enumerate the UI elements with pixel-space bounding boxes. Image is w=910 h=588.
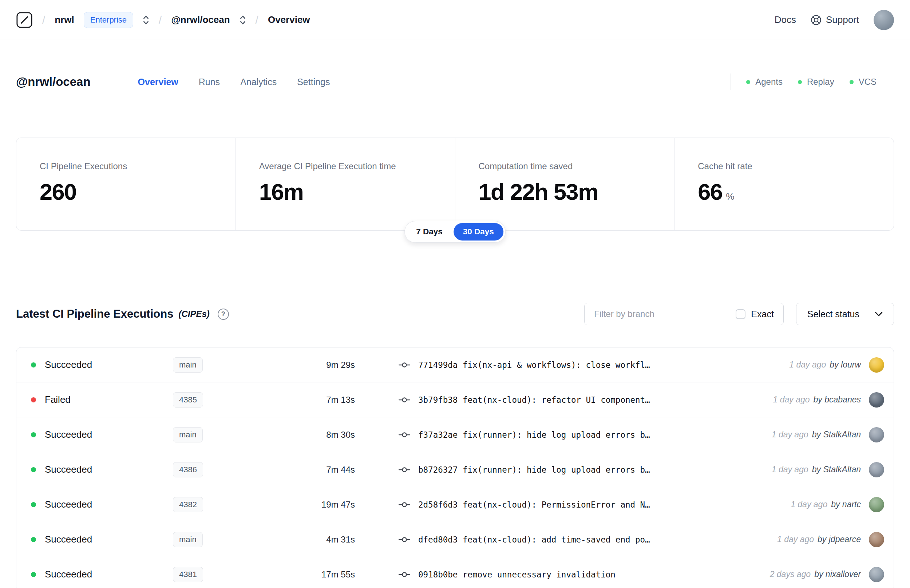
author-avatar — [869, 392, 884, 407]
stat-value: 260 — [40, 179, 212, 205]
commit-message: f37a32ae fix(runner): hide log upload er… — [418, 430, 650, 439]
stat-card-executions: CI Pipeline Executions 260 — [16, 138, 236, 230]
status-select-label: Select status — [807, 309, 860, 320]
status-label: Succeeded — [45, 534, 92, 545]
status-label: Succeeded — [45, 429, 92, 440]
org-name[interactable]: nrwl — [55, 14, 74, 26]
commit-message: 771499da fix(nx-api & workflows): close … — [418, 360, 650, 370]
table-row[interactable]: Succeeded main 8m 30s f37a32ae fix(runne… — [16, 417, 894, 452]
author: by nixallover — [814, 569, 861, 579]
branch-cell: main — [173, 357, 282, 373]
status-dot — [31, 502, 36, 507]
author: by StalkAltan — [812, 465, 861, 475]
user-avatar[interactable] — [874, 10, 894, 30]
author-avatar — [869, 462, 884, 477]
indicator-vcs[interactable]: VCS — [850, 77, 876, 87]
cipe-section-header: Latest CI Pipeline Executions (CIPEs) ? … — [16, 303, 894, 325]
plan-badge[interactable]: Enterprise — [84, 12, 133, 28]
org-switcher-chevrons-icon[interactable] — [143, 15, 149, 26]
nx-cloud-logo-icon[interactable] — [16, 11, 33, 28]
top-navbar: / nrwl Enterprise / @nrwl/ocean / Overvi… — [0, 0, 910, 40]
status-cell: Succeeded — [31, 534, 173, 545]
duration: 17m 55s — [282, 569, 355, 580]
stat-value: 16m — [259, 179, 432, 205]
status-dot — [31, 362, 36, 367]
status-label: Succeeded — [45, 499, 92, 510]
breadcrumb: / nrwl Enterprise / @nrwl/ocean / Overvi… — [16, 11, 310, 28]
duration: 19m 47s — [282, 499, 355, 510]
chevron-down-icon — [875, 312, 883, 317]
table-row[interactable]: Succeeded main 4m 31s dfed80d3 feat(nx-c… — [16, 522, 894, 557]
relative-time: 2 days ago — [770, 569, 811, 579]
table-row[interactable]: Succeeded 4381 17m 55s 0918b0be remove u… — [16, 557, 894, 588]
table-row[interactable]: Succeeded 4386 7m 44s b8726327 fix(runne… — [16, 452, 894, 487]
tab-runs[interactable]: Runs — [199, 77, 220, 87]
branch-badge: 4386 — [173, 462, 203, 477]
stat-label: Average CI Pipeline Execution time — [259, 161, 432, 171]
breadcrumb-separator: / — [42, 14, 45, 26]
workspace-switcher-chevrons-icon[interactable] — [239, 15, 246, 26]
indicator-replay[interactable]: Replay — [798, 77, 834, 87]
indicator-label: Replay — [807, 77, 834, 87]
exact-label[interactable]: Exact — [751, 309, 774, 320]
author: by lourw — [829, 360, 861, 370]
branch-filter-input[interactable] — [585, 303, 726, 325]
status-label: Succeeded — [45, 569, 92, 580]
branch-badge: main — [173, 427, 203, 443]
commit-cell: dfed80d3 feat(nx-cloud): add time-saved … — [399, 535, 763, 544]
stat-card-cache-hit-rate: Cache hit rate 66% — [674, 138, 894, 230]
branch-filter-group: Exact — [584, 303, 784, 325]
status-label: Succeeded — [45, 359, 92, 370]
status-select-button[interactable]: Select status — [796, 303, 894, 325]
branch-cell: 4382 — [173, 497, 282, 512]
tab-overview[interactable]: Overview — [138, 77, 178, 87]
commit-icon — [399, 501, 410, 508]
status-cell: Succeeded — [31, 499, 173, 510]
table-row[interactable]: Succeeded main 9m 29s 771499da fix(nx-ap… — [16, 347, 894, 383]
commit-icon — [399, 396, 410, 404]
stat-value-unit: % — [726, 191, 734, 202]
branch-cell: main — [173, 427, 282, 443]
help-icon[interactable]: ? — [218, 309, 229, 320]
commit-icon — [399, 571, 410, 578]
table-row[interactable]: Failed 4385 7m 13s 3b79fb38 feat(nx-clou… — [16, 383, 894, 417]
support-label: Support — [826, 14, 859, 26]
workspace-header: @nrwl/ocean Overview Runs Analytics Sett… — [0, 40, 910, 90]
indicator-agents[interactable]: Agents — [746, 77, 782, 87]
section-title-suffix: (CIPEs) — [178, 309, 209, 319]
duration: 9m 29s — [282, 360, 355, 370]
branch-badge: 4382 — [173, 497, 203, 512]
branch-badge: main — [173, 357, 203, 373]
green-dot-icon — [850, 80, 853, 84]
green-dot-icon — [746, 80, 750, 84]
author: by nartc — [831, 499, 861, 509]
branch-badge: main — [173, 532, 203, 547]
branch-cell: 4385 — [173, 392, 282, 407]
commit-icon — [399, 361, 410, 368]
range-option-7-days[interactable]: 7 Days — [407, 223, 452, 241]
stat-label: Computation time saved — [478, 161, 651, 171]
stat-label: CI Pipeline Executions — [40, 161, 212, 171]
relative-time: 1 day ago — [777, 535, 814, 544]
docs-link[interactable]: Docs — [774, 14, 796, 26]
status-cell: Succeeded — [31, 569, 173, 580]
workspace-name[interactable]: @nrwl/ocean — [171, 14, 230, 26]
tab-analytics[interactable]: Analytics — [240, 77, 276, 87]
indicator-label: VCS — [859, 77, 876, 87]
range-option-30-days[interactable]: 30 Days — [454, 223, 503, 241]
table-row[interactable]: Succeeded 4382 19m 47s 2d58f6d3 feat(nx-… — [16, 487, 894, 522]
branch-cell: 4381 — [173, 567, 282, 582]
meta-cell: 1 day ago by bcabanes — [773, 392, 884, 407]
commit-icon — [399, 536, 410, 543]
status-label: Succeeded — [45, 464, 92, 475]
meta-cell: 1 day ago by nartc — [790, 497, 884, 512]
tab-settings[interactable]: Settings — [297, 77, 330, 87]
support-link[interactable]: Support — [811, 14, 859, 26]
author: by bcabanes — [813, 395, 861, 405]
commit-cell: 0918b0be remove unnecessary invalidation — [399, 570, 755, 579]
author-avatar — [869, 427, 884, 443]
status-dot — [31, 467, 36, 472]
stat-card-time-saved: Computation time saved 1d 22h 53m — [455, 138, 674, 230]
exact-checkbox[interactable] — [735, 309, 745, 319]
status-label: Failed — [45, 394, 71, 405]
